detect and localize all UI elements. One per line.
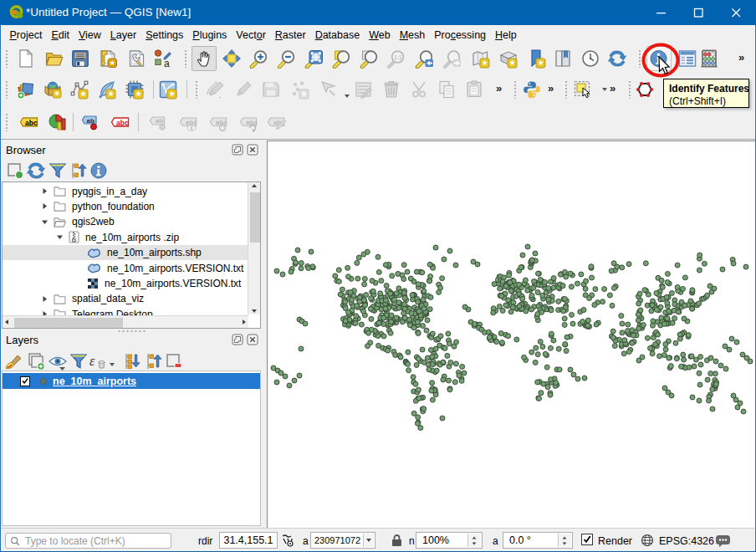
svg-text:abc: abc xyxy=(116,119,129,127)
svg-text:ε: ε xyxy=(89,354,95,368)
svg-text:ab: ab xyxy=(156,117,163,125)
svg-text:abc: abc xyxy=(186,119,197,126)
svg-text:abc: abc xyxy=(25,119,38,127)
svg-text:1:1: 1:1 xyxy=(394,54,402,60)
svg-text:a: a xyxy=(164,58,170,69)
